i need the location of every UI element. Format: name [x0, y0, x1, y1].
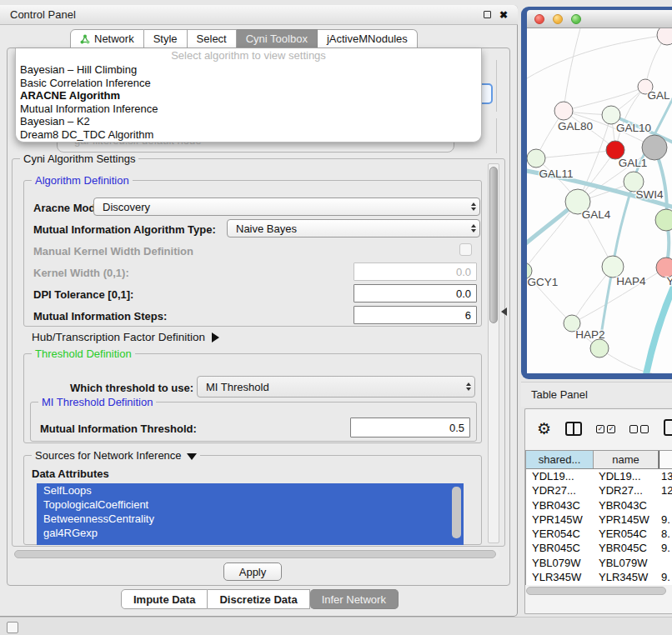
tab-infer-network[interactable]: Infer Network: [310, 589, 399, 609]
column-header-2[interactable]: [659, 451, 672, 468]
node-label: GAL10: [616, 122, 651, 134]
manual-kernel-checkbox[interactable]: [459, 243, 472, 256]
attribute-item-topologicalcoefficient[interactable]: TopologicalCoefficient: [37, 498, 464, 512]
gear-icon[interactable]: ⚙: [537, 421, 551, 437]
mi-steps-field[interactable]: 6: [354, 306, 477, 324]
table-row[interactable]: YLR345WYLR345W9.: [526, 570, 672, 584]
dpi-tolerance-field[interactable]: 0.0: [354, 284, 477, 302]
table-panel-header: Table Panel: [521, 382, 672, 407]
sources-legend[interactable]: Sources for Network Inference: [32, 449, 200, 462]
zoom-traffic-light[interactable]: [571, 14, 581, 24]
algorithm-dropdown-placeholder: Select algorithm to view settings: [16, 48, 481, 63]
tab-label: Infer Network: [322, 593, 386, 606]
tab-style[interactable]: Style: [144, 29, 188, 48]
close-icon[interactable]: ✖: [499, 10, 508, 20]
network-node-gal11[interactable]: [527, 149, 545, 168]
mi-algorithm-type-select[interactable]: Naive Bayes: [227, 219, 480, 238]
which-threshold-select[interactable]: MI Threshold: [197, 376, 475, 398]
table-row[interactable]: YDR27...YDR27...12: [526, 483, 672, 498]
network-node[interactable]: [655, 209, 672, 231]
apply-button[interactable]: Apply: [223, 562, 282, 581]
attribute-item-selfloops[interactable]: SelfLoops: [37, 483, 464, 498]
table-row[interactable]: YPR145WYPR145W9.: [526, 512, 672, 527]
network-node[interactable]: [590, 339, 609, 358]
kernel-width-field[interactable]: 0.0: [354, 262, 477, 281]
mi-threshold-field[interactable]: 0.5: [350, 418, 470, 438]
algorithm-item-bayesian-hill-climbing[interactable]: Bayesian – Hill Climbing: [16, 63, 481, 77]
checked-columns-icon[interactable]: ✓ ✓: [596, 425, 615, 433]
corner-panel-button[interactable]: [7, 622, 18, 633]
table-panel-title: Table Panel: [531, 388, 588, 401]
table-hscrollbar-thumb[interactable]: [526, 587, 666, 595]
algorithm-item-dream8-dc-tdc-algorithm[interactable]: Dream8 DC_TDC Algorithm: [16, 128, 481, 142]
data-attributes-list[interactable]: SelfLoopsTopologicalCoefficientBetweenne…: [37, 483, 464, 545]
table-cell: YDL19...: [594, 469, 659, 483]
algorithm-item-bayesian-k2[interactable]: Bayesian – K2: [16, 115, 481, 128]
window-icons: ✖: [484, 10, 508, 20]
tab-jactivemnodules[interactable]: jActiveMNodules: [318, 29, 418, 48]
minimize-traffic-light[interactable]: [553, 14, 563, 24]
network-node-gal80[interactable]: [554, 102, 573, 120]
kernel-width-label: Kernel Width (0,1):: [33, 267, 129, 279]
settings-scrollbar[interactable]: [488, 163, 499, 543]
algorithm-item-mutual-information-inference[interactable]: Mutual Information Inference: [16, 102, 481, 116]
unchecked-columns-icon[interactable]: [629, 425, 649, 433]
settings-hscrollbar-thumb[interactable]: [14, 550, 496, 558]
table-cell: YBR045C: [594, 541, 659, 555]
table-cell: YER054C: [526, 527, 594, 541]
attribute-item-betweennesscentrality[interactable]: BetweennessCentrality: [37, 512, 464, 526]
network-view[interactable]: GALGAL80GAL10GAL1GAL11SWI4GAL4GCY1HAP4YH…: [527, 28, 672, 373]
algorithm-dropdown-items: Bayesian – Hill ClimbingBasic Correlatio…: [16, 63, 481, 142]
split-columns-icon[interactable]: [565, 422, 582, 436]
algorithm-item-aracne-algorithm[interactable]: ARACNE Algorithm: [16, 89, 481, 102]
tab-label: Select: [197, 32, 227, 45]
clipped-toolbar-icon[interactable]: [664, 419, 672, 436]
node-label: HAP4: [616, 275, 646, 288]
settings-scrollbar-thumb[interactable]: [489, 167, 498, 323]
panel-collapse-arrow[interactable]: [501, 308, 507, 316]
stepper-arrows-icon: [471, 202, 476, 211]
table-cell: YBL079W: [594, 556, 659, 570]
table-row[interactable]: YBL079WYBL079W: [526, 556, 672, 570]
table-cell: 12: [659, 483, 672, 498]
tab-discretize-data[interactable]: Discretize Data: [208, 589, 309, 609]
tab-cyni-toolbox[interactable]: Cyni Toolbox: [237, 29, 318, 48]
close-traffic-light[interactable]: [534, 14, 544, 24]
settings-hscrollbar[interactable]: [13, 549, 500, 559]
hub-definition-toggle[interactable]: Hub/Transcription Factor Definition: [32, 331, 219, 343]
node-label: Y: [666, 275, 672, 288]
column-header-name[interactable]: name: [594, 451, 659, 468]
tab-select[interactable]: Select: [188, 29, 237, 48]
algorithm-definition-legend: Algorithm Definition: [32, 174, 133, 187]
table-cell: YBR045C: [526, 541, 594, 555]
table-cell: YPR145W: [594, 512, 659, 527]
aracne-mode-select[interactable]: Discovery: [93, 198, 480, 216]
table-row[interactable]: YIL052CYIL052C9: [526, 584, 672, 585]
table-row[interactable]: YBR043CYBR043C: [526, 498, 672, 512]
mi-threshold-value: 0.5: [449, 422, 464, 434]
collapse-down-icon: [187, 453, 197, 460]
table-row[interactable]: YBR045CYBR045C9.: [526, 541, 672, 555]
tab-impute-data[interactable]: Impute Data: [121, 589, 208, 609]
table-row[interactable]: YER054CYER054C8.: [526, 527, 672, 541]
table-rows: YDL19...YDL19...13YDR27...YDR27...12YBR0…: [526, 469, 672, 585]
algorithm-item-basic-correlation-inference[interactable]: Basic Correlation Inference: [16, 77, 481, 90]
table-cell: [659, 498, 672, 512]
table-cell: [659, 556, 672, 570]
tab-label: jActiveMNodules: [327, 32, 408, 45]
table-row[interactable]: YDL19...YDL19...13: [526, 469, 672, 483]
node-table[interactable]: shared...name YDL19...YDL19...13YDR27...…: [525, 450, 672, 585]
status-strip: [0, 617, 672, 635]
table-cell: 9: [659, 584, 672, 585]
attributes-scrollbar-thumb[interactable]: [452, 487, 461, 538]
tab-network[interactable]: Network: [70, 29, 144, 48]
threshold-definition-legend: Threshold Definition: [32, 348, 135, 360]
table-hscrollbar[interactable]: [526, 587, 668, 596]
network-node[interactable]: [657, 28, 672, 45]
network-node[interactable]: [642, 135, 667, 160]
attribute-item-gal4rgexp[interactable]: gal4RGexp: [37, 526, 464, 540]
float-window-icon[interactable]: [484, 11, 491, 18]
network-graph[interactable]: GALGAL80GAL10GAL1GAL11SWI4GAL4GCY1HAP4YH…: [527, 28, 672, 373]
node-label: GCY1: [528, 276, 559, 288]
column-header-shared[interactable]: shared...: [526, 451, 594, 468]
